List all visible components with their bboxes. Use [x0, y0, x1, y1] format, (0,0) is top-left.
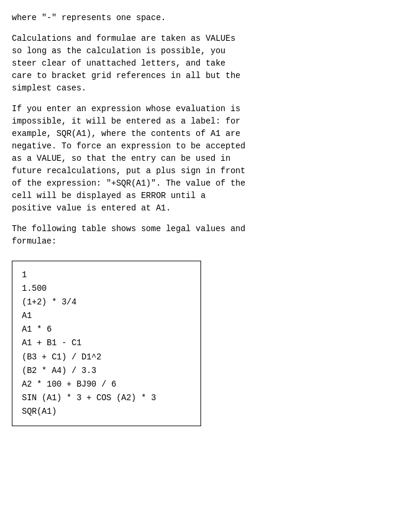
paragraph-4: The following table shows some legal val…	[12, 223, 396, 248]
table-row: A2 * 100 + BJ90 / 6	[22, 378, 191, 391]
content-area: where "-" represents one space. Calculat…	[12, 12, 396, 426]
paragraph-1: where "-" represents one space.	[12, 12, 396, 24]
paragraph-2: Calculations and formulae are taken as V…	[12, 33, 396, 95]
table-row: (B2 * A4) / 3.3	[22, 364, 191, 378]
table-row: SIN (A1) * 3 + COS (A2) * 3	[22, 391, 191, 405]
table-row: SQR(A1)	[22, 405, 191, 419]
table-row: (1+2) * 3/4	[22, 296, 191, 309]
table-row: A1 + B1 - C1	[22, 336, 191, 350]
values-table: 11.500(1+2) * 3/4A1A1 * 6A1 + B1 - C1(B3…	[12, 261, 201, 426]
paragraph-3: If you enter an expression whose evaluat…	[12, 103, 396, 215]
table-row: (B3 + C1) / D1^2	[22, 351, 191, 364]
table-row: 1.500	[22, 282, 191, 296]
table-row: A1	[22, 309, 191, 323]
table-row: 1	[22, 268, 191, 282]
table-row: A1 * 6	[22, 323, 191, 336]
